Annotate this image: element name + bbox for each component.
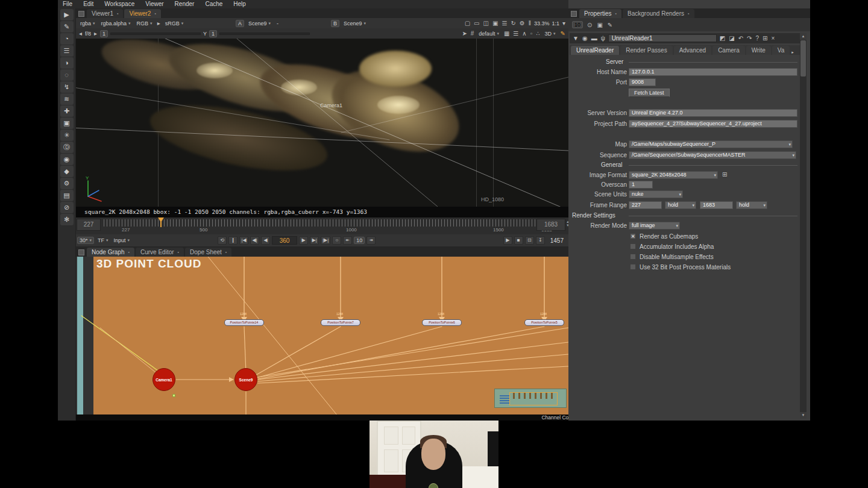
prev-frame-button[interactable]: ◀ bbox=[261, 236, 270, 245]
frame-increment-field[interactable]: 10 bbox=[354, 237, 365, 244]
tab-advanced[interactable]: Advanced bbox=[674, 46, 711, 55]
keyer-tools-icon[interactable]: ↯ bbox=[60, 81, 74, 93]
undo-icon[interactable]: ↶ bbox=[738, 35, 744, 42]
frame-step-back-button[interactable]: ↞ bbox=[343, 236, 352, 245]
lock-range-icon[interactable]: ⊡ bbox=[525, 236, 534, 245]
stop-render-icon[interactable]: ■ bbox=[514, 236, 523, 245]
refresh-icon[interactable]: ↻ bbox=[510, 20, 516, 27]
image-format-select[interactable]: square_2K 2048x2048 bbox=[629, 171, 718, 179]
tab-close-icon[interactable]: ▪ bbox=[178, 250, 179, 254]
close-panel-icon[interactable]: × bbox=[770, 35, 775, 42]
pane-menu-icon[interactable] bbox=[571, 11, 577, 17]
map-select[interactable]: /Game/Maps/subwaySequencer_P bbox=[629, 140, 793, 148]
hide-input-icon[interactable]: ▬ bbox=[591, 35, 598, 42]
flipbook-icon[interactable]: ↧ bbox=[536, 236, 545, 245]
tab-close-icon[interactable]: ▪ bbox=[225, 250, 227, 254]
tab-close-icon[interactable]: ▪ bbox=[154, 11, 156, 16]
merge-tools-icon[interactable]: ≋ bbox=[60, 93, 74, 105]
float-panel-icon[interactable]: ⊞ bbox=[762, 35, 768, 42]
proxy-icon[interactable]: ▭ bbox=[473, 20, 480, 27]
fps-select[interactable]: 30*▾ bbox=[77, 237, 94, 244]
hash-icon[interactable]: # bbox=[470, 30, 475, 37]
filter-tools-icon[interactable]: ◌ bbox=[60, 69, 74, 81]
input-a-badge[interactable]: A bbox=[236, 20, 244, 27]
frame-range-start-field[interactable]: 227 bbox=[629, 201, 662, 209]
input-b-select[interactable]: Scene9▾ bbox=[342, 20, 368, 27]
tab-overflow[interactable]: Va bbox=[772, 46, 790, 55]
tab-scroll-right-icon[interactable]: ▸ bbox=[791, 50, 794, 55]
toolsets-icon[interactable]: ⚙ bbox=[60, 178, 74, 189]
tab-background-renders[interactable]: Background Renders ▪ bbox=[623, 9, 694, 18]
render-as-cubemaps-checkbox[interactable] bbox=[630, 233, 636, 239]
tab-viewer1[interactable]: Viewer1 ▪ bbox=[87, 9, 123, 18]
chevron-down-icon[interactable]: ▾ bbox=[562, 20, 566, 27]
tab-close-icon[interactable]: ▪ bbox=[688, 11, 689, 16]
tab-write[interactable]: Write bbox=[746, 46, 771, 55]
menu-edit[interactable]: Edit bbox=[83, 1, 93, 8]
ocio-tools-icon[interactable]: ⊘ bbox=[60, 202, 74, 213]
menu-file[interactable]: File bbox=[63, 1, 72, 8]
goto-start-button[interactable]: |◀ bbox=[239, 236, 248, 245]
tab-close-icon[interactable]: ▪ bbox=[615, 11, 617, 16]
input-b-badge[interactable]: B bbox=[331, 20, 339, 27]
node-camera1[interactable]: Camera1 bbox=[153, 368, 175, 391]
menu-help[interactable]: Help bbox=[233, 1, 246, 8]
render-mode-select[interactable]: full image bbox=[629, 222, 680, 230]
bounce-mode-button[interactable]: ❙ bbox=[228, 236, 237, 245]
samples-icon[interactable]: ∴ bbox=[535, 30, 540, 37]
viewer-viewport[interactable]: Camera1 HD_1080 Y bbox=[76, 39, 568, 207]
scrollbar-thumb[interactable] bbox=[800, 40, 806, 77]
mask-icon[interactable]: ∧ bbox=[521, 30, 527, 37]
channel-select[interactable]: rgba▾ bbox=[78, 20, 97, 27]
deep-tools-icon[interactable]: Ⓓ bbox=[60, 142, 74, 153]
tab-close-icon[interactable]: ▪ bbox=[117, 11, 118, 16]
properties-scrollbar[interactable]: ▲ ▼ bbox=[800, 33, 807, 419]
disable-multisample-effects-checkbox[interactable] bbox=[630, 254, 636, 260]
image-tools-icon[interactable]: ▶ bbox=[60, 9, 74, 20]
collapse-panel-icon[interactable]: ▼ bbox=[572, 35, 579, 42]
wipe-icon[interactable]: ◫ bbox=[483, 20, 489, 27]
particles-tools-icon[interactable]: ✳ bbox=[60, 130, 74, 141]
project-path-field[interactable]: aySequencer_4_27/SubwaySequencer_4_27.up… bbox=[629, 120, 797, 128]
view-mode-select[interactable]: 3D▾ bbox=[543, 30, 558, 37]
pixel-ratio[interactable]: 1:1 bbox=[552, 20, 559, 27]
minimap-viewport-rect[interactable] bbox=[509, 392, 558, 405]
node-position-to-points[interactable]: PositionToPoints6 bbox=[422, 319, 462, 326]
out-frame-value[interactable]: 1457 bbox=[547, 237, 567, 244]
tf-select[interactable]: TF▾ bbox=[96, 237, 110, 244]
snapshot-icon[interactable]: ▣ bbox=[596, 22, 603, 28]
server-version-field[interactable]: Unreal Engine 4.27.0 bbox=[629, 109, 797, 117]
menu-workspace[interactable]: Workspace bbox=[104, 1, 134, 8]
redo-icon[interactable]: ↷ bbox=[746, 35, 752, 42]
chevron-left-icon[interactable]: ◂ bbox=[78, 30, 83, 37]
node-scene9[interactable]: Scene9 bbox=[234, 368, 257, 391]
range-start-field[interactable]: 227 bbox=[77, 219, 101, 231]
pane-menu-icon[interactable] bbox=[78, 11, 84, 17]
node-graph-minimap[interactable] bbox=[494, 389, 567, 408]
viewer-lut-select[interactable]: sRGB▾ bbox=[163, 20, 186, 27]
frame-range-start-mode-select[interactable]: hold bbox=[665, 201, 696, 209]
frame-range-end-field[interactable]: 1683 bbox=[700, 201, 733, 209]
node-position-to-points[interactable]: PositionToPoints14 bbox=[224, 319, 264, 326]
next-frame-button[interactable]: ▶| bbox=[310, 236, 319, 245]
help-icon[interactable]: ? bbox=[755, 35, 760, 42]
display-select[interactable]: RGB▾ bbox=[135, 20, 154, 27]
guides-icon[interactable]: ☰ bbox=[512, 30, 519, 37]
toggle-a-icon[interactable]: ◩ bbox=[719, 35, 726, 42]
format-link-icon[interactable]: ⊞ bbox=[722, 171, 728, 178]
tab-unrealreader[interactable]: UnrealReader bbox=[571, 46, 619, 55]
input-a-select[interactable]: Scene9▾ bbox=[247, 20, 272, 27]
zoom-level[interactable]: 33.3% bbox=[534, 20, 550, 27]
scroll-up-icon[interactable]: ▲ bbox=[800, 33, 807, 40]
lut-toggle-icon[interactable]: ▸ bbox=[157, 20, 161, 27]
scroll-down-icon[interactable]: ▼ bbox=[800, 412, 807, 419]
frame-step-fwd-button[interactable]: ↠ bbox=[366, 236, 376, 245]
gamma-slider[interactable] bbox=[219, 33, 310, 35]
gain-value[interactable]: 1 bbox=[100, 30, 108, 37]
timeline-ruler[interactable]: 227 227 500 1000 1500 1683 1683 ▲▼ bbox=[76, 217, 568, 234]
tab-camera[interactable]: Camera bbox=[712, 46, 745, 55]
aperture-value[interactable]: f/8 bbox=[85, 31, 91, 37]
transform-tools-icon[interactable]: ✚ bbox=[60, 105, 74, 117]
overlay-icon[interactable]: ▣ bbox=[492, 20, 498, 27]
prev-keyframe-button[interactable]: ◀| bbox=[250, 236, 259, 245]
